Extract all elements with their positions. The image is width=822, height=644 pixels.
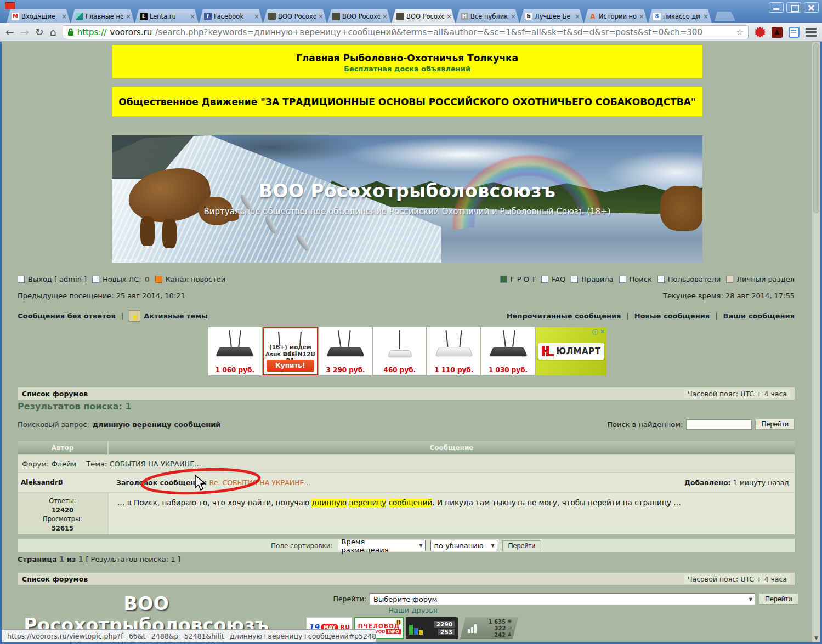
jump-label: Перейти: [309,595,366,603]
bee-icon [396,620,401,625]
friends-link[interactable]: Наши друзья [331,606,495,614]
tab-gmail[interactable]: M Входящие × [7,9,70,23]
search-found-label: Поиск в найденном: [607,420,683,429]
new-pm-link[interactable]: Новых ЛС: [103,275,141,283]
forum-index-link[interactable]: Список форумов [22,390,88,398]
news-feed-link[interactable]: Канал новостей [166,275,225,283]
search-found-input[interactable] [686,419,752,430]
window-menu-icon[interactable] [5,2,15,9]
new-posts-link[interactable]: Новые сообщения [634,312,710,320]
ad-product-3[interactable]: 3 290 руб. [319,327,372,375]
tab-close-icon[interactable]: × [318,13,324,20]
tab-close-icon[interactable]: × [639,13,644,20]
users-link[interactable]: Пользователи [668,275,721,283]
back-icon[interactable]: ← [5,27,14,37]
tab-voo-2[interactable]: ВОО Росохо × [327,9,391,23]
unanswered-link[interactable]: Сообщения без ответов [18,312,116,320]
browser-menu-icon[interactable] [806,28,817,37]
users-icon [657,276,665,283]
search-found-go-button[interactable]: Перейти [755,419,795,430]
tab-picasso[interactable]: 8 пикассо ди × [648,9,712,23]
tab-facebook[interactable]: f Facebook × [199,9,263,23]
banner-tolkuchka[interactable]: Главная Рыболовно-Охотничья Толкучка Бес… [112,45,702,78]
bear-leg [140,216,155,246]
sort-direction-select[interactable]: по убыванию ▼ [430,540,497,551]
close-button[interactable] [804,2,819,13]
page-of: из [67,555,76,563]
sort-label: Поле сортировки: [271,542,333,550]
grot-icon [500,276,507,283]
tab-close-icon[interactable]: × [703,13,708,20]
tab-close-icon[interactable]: × [126,13,131,20]
tab-publications[interactable]: H Все публик × [456,9,519,23]
forum-index-link[interactable]: Список форумов [22,575,88,583]
ad-close-icon[interactable]: ✕ [600,328,605,337]
tab-close-icon[interactable]: × [446,13,452,20]
rules-link[interactable]: Правила [581,275,613,283]
logout-link[interactable]: Выход [ admin ] [28,275,87,283]
subject-link[interactable]: Re: СОБЫТИЯ НА УКРАИНЕ... [209,478,311,487]
jump-forum-select[interactable]: Выберите форум ▼ [370,593,755,605]
topic-link[interactable]: СОБЫТИЯ НА УКРАИНЕ... [109,460,201,468]
banner-movement[interactable]: Общественное Движение "ЗА ТРАДИЦИОННЫЕ О… [112,87,702,117]
lenta-favicon-icon: L [140,13,148,20]
counter-stats-gray[interactable]: 1 635◉ 322→ 242♟ [460,617,518,639]
bear-leg [162,219,177,248]
ad-product-6[interactable]: 1 030 руб. [481,327,535,375]
address-bar[interactable]: https://voorors.ru/search.php?keywords=д… [63,25,749,39]
new-tab-button[interactable] [715,12,735,21]
grot-link[interactable]: Г Р О Т [511,275,536,283]
counter-rating-dark[interactable]: 2290 253 [406,617,458,639]
page-results: [ Результатов поиска: 1 ] [86,555,180,563]
tab-label: Истории но [599,13,637,20]
ad-product-1[interactable]: 1 060 руб. [208,327,262,375]
forum-link[interactable]: Флейм [51,460,76,468]
reload-icon[interactable]: ↻ [35,27,44,37]
jump-go-button[interactable]: Перейти [759,594,798,605]
search-link[interactable]: Поиск [630,275,652,283]
tab-close-icon[interactable]: × [61,13,67,20]
tab-close-icon[interactable]: × [382,13,388,20]
ad-product-5[interactable]: 1 110 руб. [427,327,480,375]
extension-badge-icon[interactable] [755,27,766,38]
router-image [435,347,473,357]
buy-button[interactable]: Купить! [267,360,314,372]
extension-dark-icon[interactable] [772,27,783,38]
post-author[interactable]: AleksandrB [18,478,109,486]
tab-close-icon[interactable]: × [254,13,259,20]
bookmark-star-icon[interactable]: ☆ [736,27,744,37]
query-row: Поисковый запрос: длинную вереницу сообщ… [18,419,795,430]
ad-info-icon[interactable]: ⓘ [592,328,598,337]
tab-lenta[interactable]: L Lenta.ru × [135,9,199,23]
ad-brand-yulmart[interactable]: ЮЛМАРТ ⓘ ✕ [536,327,606,375]
ad-product-4[interactable]: 460 руб. [373,327,426,375]
scrollbar-down-icon[interactable]: ▼ [812,635,820,641]
table-row-forum-topic: Форум: Флейм Тема: СОБЫТИЯ НА УКРАИНЕ... [18,454,795,472]
column-message: Сообщение [109,441,795,454]
tab-voo-active[interactable]: ВОО Росохо × [392,9,455,23]
tab-voo-1[interactable]: ВОО Росохо × [263,9,327,23]
ad-product-2[interactable]: (16+) модем adsl Asus DSL-N12U B1 Купить… [263,327,318,375]
tab-close-icon[interactable]: × [190,13,195,20]
tab-close-icon[interactable]: × [511,13,516,20]
home-icon[interactable]: ⌂ [50,27,56,37]
tab-best[interactable]: b Лучшее Бе × [520,9,583,23]
sort-field-select[interactable]: Время размещения ▼ [338,540,426,551]
your-posts-link[interactable]: Ваши сообщения [723,312,795,320]
tab-news[interactable]: Главные но × [71,9,134,23]
tab-close-icon[interactable]: × [575,13,580,20]
sort-go-button[interactable]: Перейти [502,540,542,551]
ad-price: 1 110 руб. [427,366,480,374]
ucp-link[interactable]: Личный раздел [736,275,795,283]
scrollbar-thumb[interactable] [813,43,819,213]
unread-posts-link[interactable]: Непрочитанные сообщения [507,312,621,320]
extension-page-icon[interactable] [789,27,800,38]
active-topics-link[interactable]: Активные темы [144,312,208,320]
jump-forum-value: Выберите форум [373,595,437,603]
minimize-button[interactable] [769,2,784,13]
tab-stories[interactable]: A Истории но × [584,9,648,23]
maximize-button[interactable] [786,2,801,13]
forward-icon[interactable]: → [20,27,29,37]
faq-link[interactable]: FAQ [552,275,565,283]
page-scrollbar[interactable]: ▼ [812,42,820,642]
